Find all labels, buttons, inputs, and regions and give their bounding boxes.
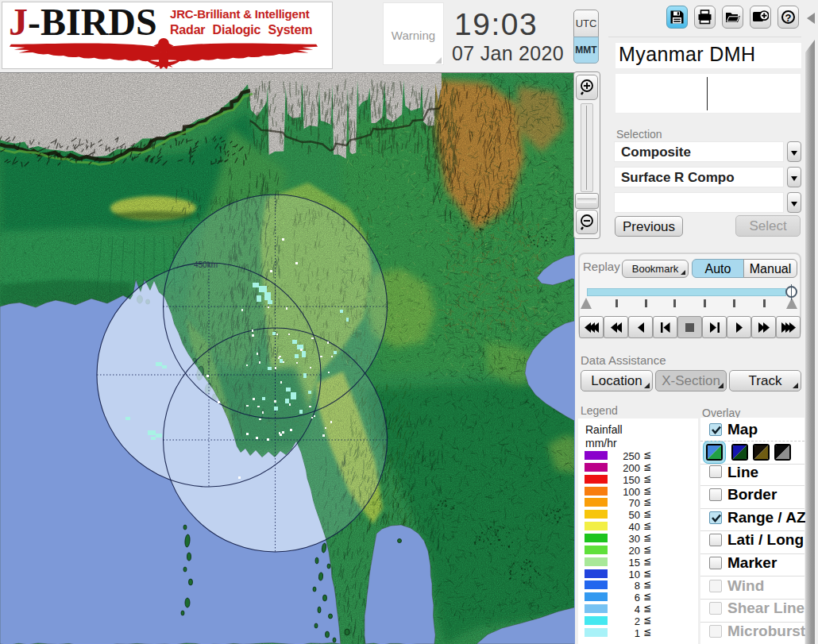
svg-text:450km: 450km bbox=[194, 260, 218, 269]
